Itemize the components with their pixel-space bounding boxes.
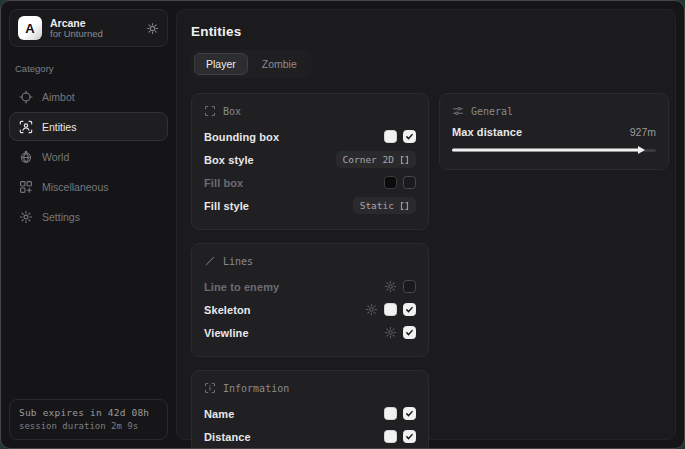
setting-row-viewline: Viewline [204, 322, 416, 343]
color-swatch[interactable] [384, 130, 397, 143]
general-card: General Max distance 927m [439, 93, 669, 170]
tab-player[interactable]: Player [194, 53, 248, 75]
lines-card: Lines Line to enemy [191, 243, 429, 357]
setting-row-max-distance: Max distance 927m [452, 126, 656, 138]
info-scan-icon [204, 382, 216, 394]
card-title: Lines [223, 256, 253, 267]
row-label: Fill box [204, 177, 243, 189]
box-card-header: Box [204, 105, 416, 117]
diagonal-line-icon [204, 255, 216, 267]
row-label: Max distance [452, 126, 522, 138]
app-name: Arcane [50, 17, 138, 29]
setting-row-bounding-box: Bounding box [204, 126, 416, 147]
color-swatch[interactable] [384, 303, 397, 316]
row-settings-gear-icon[interactable] [384, 326, 397, 339]
row-label: Distance [204, 431, 251, 443]
main-panel: Entities Player Zombie Box [176, 9, 676, 440]
slider-thumb[interactable] [638, 146, 645, 154]
sidebar-item-aimbot[interactable]: Aimbot [9, 82, 168, 111]
app-window: A Arcane for Unturned Category [0, 0, 685, 449]
app-settings-gear-icon[interactable] [146, 22, 159, 35]
entity-tabs: Player Zombie [191, 50, 312, 78]
sidebar-item-world[interactable]: World [9, 142, 168, 171]
category-label: Category [15, 63, 162, 74]
card-title: Box [223, 106, 241, 117]
app-logo: A [18, 16, 42, 40]
skeleton-checkbox[interactable] [403, 303, 416, 316]
sidebar-item-entities[interactable]: Entities [9, 112, 168, 141]
app-header-card: A Arcane for Unturned [9, 9, 168, 47]
setting-row-box-style: Box style Corner 2D [204, 149, 416, 170]
row-settings-gear-icon[interactable] [365, 303, 378, 316]
page-title: Entities [191, 24, 669, 39]
color-swatch[interactable] [384, 430, 397, 443]
sidebar-item-label: Settings [42, 211, 80, 223]
setting-row-name: Name [204, 403, 416, 424]
setting-row-fill-box: Fill box [204, 172, 416, 193]
viewline-checkbox[interactable] [403, 326, 416, 339]
sub-expiry-text: Sub expires in 42d 08h [19, 407, 158, 418]
information-card-header: Information [204, 382, 416, 394]
app-subtitle: for Unturned [50, 29, 138, 40]
color-swatch[interactable] [384, 176, 397, 189]
user-scan-icon [19, 120, 33, 134]
box-style-dropdown[interactable]: Corner 2D [336, 151, 416, 168]
row-label: Name [204, 408, 234, 420]
sliders-icon [452, 105, 464, 117]
subscription-status-box: Sub expires in 42d 08h session duration … [9, 399, 168, 440]
setting-row-skeleton: Skeleton [204, 299, 416, 320]
globe-icon [19, 150, 33, 164]
dropdown-value: Corner 2D [343, 154, 394, 165]
card-title: Information [223, 383, 289, 394]
sidebar-item-label: Aimbot [42, 91, 75, 103]
general-card-header: General [452, 105, 656, 117]
bounding-corners-icon [204, 105, 216, 117]
slider-fill [452, 149, 640, 152]
tab-zombie[interactable]: Zombie [250, 53, 309, 75]
dropdown-value: Static [360, 200, 394, 211]
content-columns: Box Bounding box Box style [191, 93, 669, 449]
session-duration-text: session duration 2m 9s [19, 421, 158, 431]
bounding-box-checkbox[interactable] [403, 130, 416, 143]
sidebar-item-label: World [42, 151, 69, 163]
category-grid-icon [19, 180, 33, 194]
color-swatch[interactable] [384, 407, 397, 420]
card-title: General [471, 106, 513, 117]
distance-checkbox[interactable] [403, 430, 416, 443]
crosshair-icon [19, 90, 33, 104]
row-label: Viewline [204, 327, 249, 339]
fill-box-checkbox[interactable] [403, 176, 416, 189]
row-label: Bounding box [204, 131, 279, 143]
sidebar-item-settings[interactable]: Settings [9, 202, 168, 231]
row-label: Box style [204, 154, 254, 166]
selector-brackets-icon [400, 155, 409, 165]
sidebar-item-label: Entities [42, 121, 76, 133]
name-checkbox[interactable] [403, 407, 416, 420]
gear-icon [19, 210, 33, 224]
row-label: Fill style [204, 200, 249, 212]
fill-style-dropdown[interactable]: Static [353, 197, 416, 214]
box-card: Box Bounding box Box style [191, 93, 429, 230]
max-distance-slider[interactable] [452, 144, 656, 156]
sidebar-nav: Aimbot Entities [9, 82, 168, 231]
line-to-enemy-checkbox[interactable] [403, 280, 416, 293]
row-label: Line to enemy [204, 281, 279, 293]
setting-row-fill-style: Fill style Static [204, 195, 416, 216]
left-column: Box Bounding box Box style [191, 93, 429, 449]
row-settings-gear-icon[interactable] [384, 280, 397, 293]
setting-row-line-to-enemy: Line to enemy [204, 276, 416, 297]
setting-row-distance: Distance [204, 426, 416, 447]
lines-card-header: Lines [204, 255, 416, 267]
right-column: General Max distance 927m [439, 93, 669, 170]
selector-brackets-icon [400, 201, 409, 211]
information-card: Information Name Distance [191, 370, 429, 449]
sidebar-item-label: Miscellaneous [42, 181, 109, 193]
sidebar: A Arcane for Unturned Category [1, 1, 176, 448]
sidebar-item-miscellaneous[interactable]: Miscellaneous [9, 172, 168, 201]
app-meta: Arcane for Unturned [50, 17, 138, 40]
row-label: Skeleton [204, 304, 251, 316]
max-distance-value: 927m [630, 126, 656, 138]
